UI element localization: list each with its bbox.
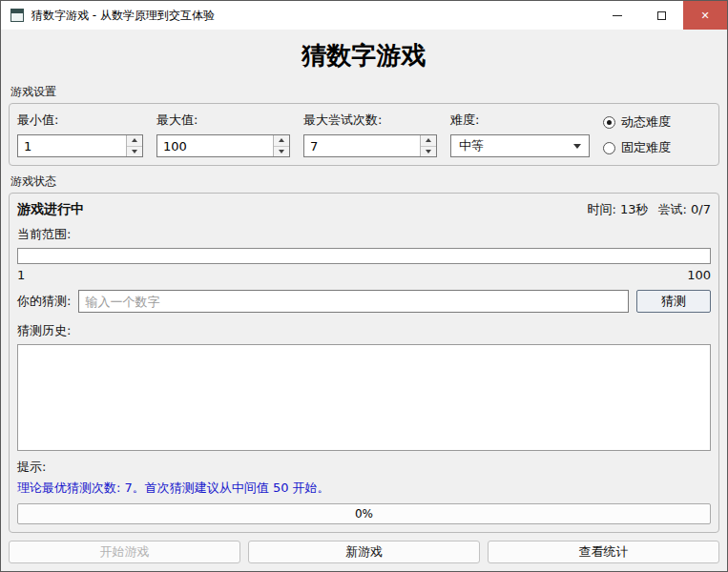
close-button[interactable]: ✕ — [683, 1, 727, 30]
max-value-field: 最大值: — [156, 112, 290, 157]
max-increment-button[interactable] — [274, 135, 289, 146]
max-attempts-label: 最大尝试次数: — [303, 112, 437, 129]
range-bounds: 1 100 — [17, 268, 711, 282]
radio-dynamic-difficulty[interactable]: 动态难度 — [603, 113, 671, 131]
guess-button[interactable]: 猜测 — [636, 290, 711, 313]
min-decrement-button[interactable] — [127, 146, 142, 157]
status-group: 游戏状态 游戏进行中 时间: 13秒 尝试: 0/7 当前范围: 1 100 你… — [9, 172, 719, 533]
arrow-down-icon — [132, 150, 137, 153]
status-box: 游戏进行中 时间: 13秒 尝试: 0/7 当前范围: 1 100 你的猜测: … — [9, 193, 719, 533]
hint-label: 提示: — [17, 459, 711, 476]
min-value-input[interactable] — [18, 135, 126, 156]
min-value-spin-buttons — [126, 135, 142, 156]
game-state-text: 游戏进行中 — [17, 201, 84, 218]
footer-buttons: 开始游戏 新游戏 查看统计 — [9, 541, 719, 563]
history-label: 猜测历史: — [17, 322, 711, 339]
page-title: 猜数字游戏 — [9, 39, 719, 72]
guess-input[interactable] — [78, 290, 629, 313]
view-stats-button[interactable]: 查看统计 — [488, 541, 719, 563]
radio-selected-icon — [603, 116, 615, 129]
radio-fixed-difficulty[interactable]: 固定难度 — [603, 139, 671, 156]
max-value-label: 最大值: — [156, 112, 290, 129]
maximize-icon — [657, 11, 666, 20]
app-window: 猜数字游戏 - 从数学原理到交互体验 ✕ 猜数字游戏 游戏设置 最小值: — [0, 0, 728, 572]
min-increment-button[interactable] — [127, 135, 142, 146]
new-game-button[interactable]: 新游戏 — [248, 541, 480, 563]
radio-unselected-icon — [603, 142, 615, 154]
max-attempts-spinner — [303, 134, 437, 157]
difficulty-mode-radios: 动态难度 固定难度 — [603, 112, 671, 156]
close-icon: ✕ — [700, 10, 709, 21]
main-content: 猜数字游戏 游戏设置 最小值: 最大值: — [1, 30, 727, 571]
attempts-increment-button[interactable] — [421, 135, 436, 146]
arrow-up-icon — [426, 138, 431, 142]
minimize-button[interactable] — [595, 1, 639, 30]
difficulty-select[interactable]: 中等 — [450, 134, 590, 157]
range-max-text: 100 — [687, 268, 711, 282]
status-group-label: 游戏状态 — [10, 174, 719, 190]
guess-row: 你的猜测: 猜测 — [17, 290, 711, 313]
arrow-down-icon — [426, 150, 431, 153]
guess-label: 你的猜测: — [17, 293, 71, 310]
difficulty-field: 难度: 中等 — [450, 112, 590, 157]
min-value-label: 最小值: — [17, 112, 143, 129]
max-value-spinner — [156, 134, 290, 157]
window-controls: ✕ — [595, 1, 727, 30]
start-game-button[interactable]: 开始游戏 — [9, 541, 240, 563]
max-attempts-spin-buttons — [420, 135, 436, 156]
settings-box: 最小值: 最大值: — [9, 103, 719, 166]
titlebar: 猜数字游戏 - 从数学原理到交互体验 ✕ — [1, 1, 727, 30]
chevron-down-icon — [573, 144, 581, 149]
status-header: 游戏进行中 时间: 13秒 尝试: 0/7 — [17, 201, 711, 218]
window-title: 猜数字游戏 - 从数学原理到交互体验 — [31, 8, 215, 24]
radio-dynamic-label: 动态难度 — [621, 113, 671, 131]
settings-group-label: 游戏设置 — [10, 84, 719, 100]
attempts-text: 尝试: 0/7 — [658, 201, 711, 218]
max-value-input[interactable] — [157, 135, 273, 156]
min-value-spinner — [17, 134, 143, 157]
hint-text: 理论最优猜测次数: 7。首次猜测建议从中间值 50 开始。 — [17, 480, 711, 497]
progress-bar: 0% — [17, 503, 711, 524]
max-attempts-input[interactable] — [304, 135, 420, 156]
range-min-text: 1 — [17, 268, 25, 282]
guess-history-textarea[interactable] — [17, 344, 711, 451]
attempts-decrement-button[interactable] — [421, 146, 436, 157]
arrow-down-icon — [279, 150, 284, 153]
difficulty-selected-value: 中等 — [459, 137, 484, 154]
radio-fixed-label: 固定难度 — [621, 139, 671, 156]
progress-text: 0% — [355, 507, 373, 521]
status-metrics: 时间: 13秒 尝试: 0/7 — [588, 201, 712, 218]
difficulty-label: 难度: — [450, 112, 590, 129]
range-label: 当前范围: — [17, 226, 711, 243]
app-icon — [10, 9, 24, 22]
range-bar — [17, 248, 711, 264]
max-decrement-button[interactable] — [274, 146, 289, 157]
min-value-field: 最小值: — [17, 112, 143, 157]
arrow-up-icon — [279, 138, 284, 142]
max-attempts-field: 最大尝试次数: — [303, 112, 437, 157]
settings-group: 游戏设置 最小值: 最大值: — [9, 82, 719, 166]
arrow-up-icon — [132, 138, 137, 142]
minimize-icon — [613, 15, 622, 16]
time-text: 时间: 13秒 — [588, 201, 649, 218]
max-value-spin-buttons — [273, 135, 289, 156]
maximize-button[interactable] — [639, 1, 683, 30]
